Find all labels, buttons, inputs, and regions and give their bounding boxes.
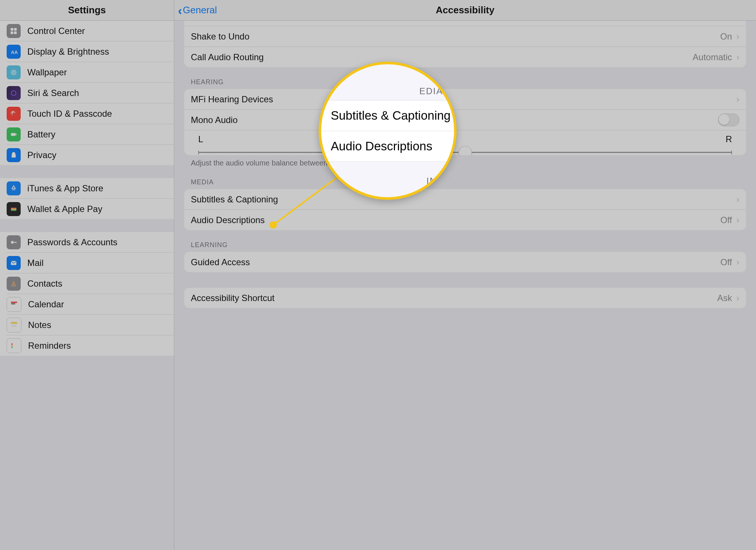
row-shake-to-undo[interactable]: Shake to Undo On › xyxy=(184,26,746,47)
back-label: General xyxy=(183,4,217,16)
sidebar-item-notes[interactable]: Notes xyxy=(7,315,174,335)
magnifier-row-label: Audio Descriptions xyxy=(331,139,432,153)
row-accessibility-shortcut[interactable]: Accessibility Shortcut Ask › xyxy=(184,288,746,308)
magnifier-header-fragment: EDIA xyxy=(419,86,443,96)
magnifier-rows: Subtitles & Captioning Audio Description… xyxy=(321,100,454,162)
detail-header: ‹ General Accessibility xyxy=(174,0,756,21)
mono-audio-toggle[interactable] xyxy=(718,113,739,126)
sidebar-item-control-center[interactable]: Control Center xyxy=(7,21,174,41)
balance-left-label: L xyxy=(198,134,203,144)
sidebar-group: Control Center AA Display & Brightness W… xyxy=(0,21,174,165)
svg-rect-3 xyxy=(14,31,17,34)
svg-rect-20 xyxy=(13,303,14,304)
sidebar-item-label: Control Center xyxy=(27,26,85,36)
row-label: Audio Descriptions xyxy=(191,215,720,225)
row-audio-descriptions[interactable]: Audio Descriptions Off › xyxy=(184,210,746,230)
sidebar-item-contacts[interactable]: Contacts xyxy=(7,273,174,294)
svg-point-17 xyxy=(12,281,15,284)
sidebar-item-reminders[interactable]: Reminders xyxy=(7,335,174,356)
row-subtitles-captioning[interactable]: Subtitles & Captioning › xyxy=(184,189,746,210)
svg-point-27 xyxy=(11,346,13,348)
chevron-right-icon: › xyxy=(736,257,739,267)
sidebar-item-privacy[interactable]: Privacy xyxy=(7,145,174,165)
sidebar-group: Passwords & Accounts Mail Contacts xyxy=(0,232,174,356)
row-label: Shake to Undo xyxy=(191,31,720,42)
sidebar-item-label: Passwords & Accounts xyxy=(27,237,117,247)
sidebar-item-label: Calendar xyxy=(28,299,64,310)
svg-rect-15 xyxy=(16,242,17,243)
balance-right-label: R xyxy=(726,134,732,144)
sidebar-item-touch-id-passcode[interactable]: Touch ID & Passcode xyxy=(7,103,174,124)
section-hearing: MFi Hearing Devices › Mono Audio L R xyxy=(184,89,746,155)
balance-slider[interactable] xyxy=(198,146,732,147)
toggle-knob xyxy=(719,114,729,125)
key-icon xyxy=(7,235,21,249)
row-value: Ask xyxy=(717,293,732,303)
section-header-learning: LEARNING xyxy=(184,230,746,252)
sidebar-item-label: Wallpaper xyxy=(27,67,67,78)
control-center-icon xyxy=(7,24,21,38)
sidebar-item-wallet-apple-pay[interactable]: Wallet & Apple Pay xyxy=(7,199,174,219)
sidebar-item-label: Mail xyxy=(27,258,44,268)
sidebar-item-siri-search[interactable]: Siri & Search xyxy=(7,83,174,103)
row-label: Guided Access xyxy=(191,257,720,267)
row-value: Off xyxy=(720,215,732,225)
chevron-right-icon: › xyxy=(736,215,739,225)
svg-rect-0 xyxy=(11,28,13,30)
sidebar-item-mail[interactable]: Mail xyxy=(7,253,174,273)
sidebar-item-label: iTunes & App Store xyxy=(27,183,103,194)
detail-content: Shake to Undo On › Call Audio Routing Au… xyxy=(174,21,756,550)
section-learning: Guided Access Off › xyxy=(184,252,746,272)
settings-sidebar: Settings Control Center AA D xyxy=(0,0,174,550)
back-button[interactable]: ‹ General xyxy=(174,4,217,17)
row-call-audio-routing[interactable]: Call Audio Routing Automatic › xyxy=(184,47,746,67)
row-mono-audio[interactable]: Mono Audio xyxy=(184,110,746,130)
svg-rect-10 xyxy=(11,208,17,209)
row-label: Call Audio Routing xyxy=(191,52,693,62)
sidebar-list: Control Center AA Display & Brightness W… xyxy=(0,21,174,550)
section-footer-hearing: Adjust the audio volume balance between … xyxy=(184,155,746,167)
section-accessibility-shortcut: Accessibility Shortcut Ask › xyxy=(184,288,746,308)
section-media: Subtitles & Captioning › Audio Descripti… xyxy=(184,189,746,230)
sidebar-item-display-brightness[interactable]: AA Display & Brightness xyxy=(7,41,174,62)
svg-point-26 xyxy=(11,345,13,346)
slider-knob[interactable] xyxy=(458,146,472,155)
svg-rect-8 xyxy=(11,133,16,136)
wallpaper-icon xyxy=(7,65,21,79)
row-mfi-hearing-devices[interactable]: MFi Hearing Devices › xyxy=(184,89,746,110)
sidebar-item-wallpaper[interactable]: Wallpaper xyxy=(7,62,174,83)
row-guided-access[interactable]: Guided Access Off › xyxy=(184,252,746,272)
section-header-hearing: HEARING xyxy=(184,67,746,89)
sidebar-item-label: Battery xyxy=(27,129,55,140)
svg-rect-1 xyxy=(14,28,17,30)
siri-icon xyxy=(7,86,21,100)
svg-point-5 xyxy=(11,70,16,75)
svg-rect-9 xyxy=(16,134,17,135)
sidebar-item-itunes-appstore[interactable]: iTunes & App Store xyxy=(7,178,174,199)
detail-pane: ‹ General Accessibility Shake to Undo On… xyxy=(174,0,756,550)
mail-icon xyxy=(7,256,21,270)
svg-rect-2 xyxy=(11,31,13,34)
chevron-right-icon: › xyxy=(736,52,739,62)
sidebar-header: Settings xyxy=(0,0,174,21)
sidebar-item-label: Notes xyxy=(28,320,51,330)
display-icon: AA xyxy=(7,45,21,59)
sidebar-item-passwords-accounts[interactable]: Passwords & Accounts xyxy=(7,232,174,253)
magnifier-row-audio-descriptions: Audio Descriptions xyxy=(321,131,454,161)
sidebar-title: Settings xyxy=(68,4,106,16)
row-audio-balance: L R xyxy=(184,130,746,155)
svg-rect-22 xyxy=(11,322,17,324)
svg-rect-16 xyxy=(11,261,17,265)
contacts-icon xyxy=(7,277,21,291)
touch-id-icon xyxy=(7,107,21,121)
svg-rect-19 xyxy=(11,303,13,304)
svg-point-25 xyxy=(11,343,13,345)
sidebar-item-calendar[interactable]: Calendar xyxy=(7,294,174,315)
sidebar-group: iTunes & App Store Wallet & Apple Pay xyxy=(0,178,174,219)
sidebar-item-battery[interactable]: Battery xyxy=(7,124,174,145)
sidebar-item-label: Contacts xyxy=(27,279,62,289)
svg-rect-12 xyxy=(11,209,17,211)
notes-icon xyxy=(7,318,21,332)
row-spacer xyxy=(184,21,746,26)
sidebar-item-label: Display & Brightness xyxy=(27,47,109,57)
